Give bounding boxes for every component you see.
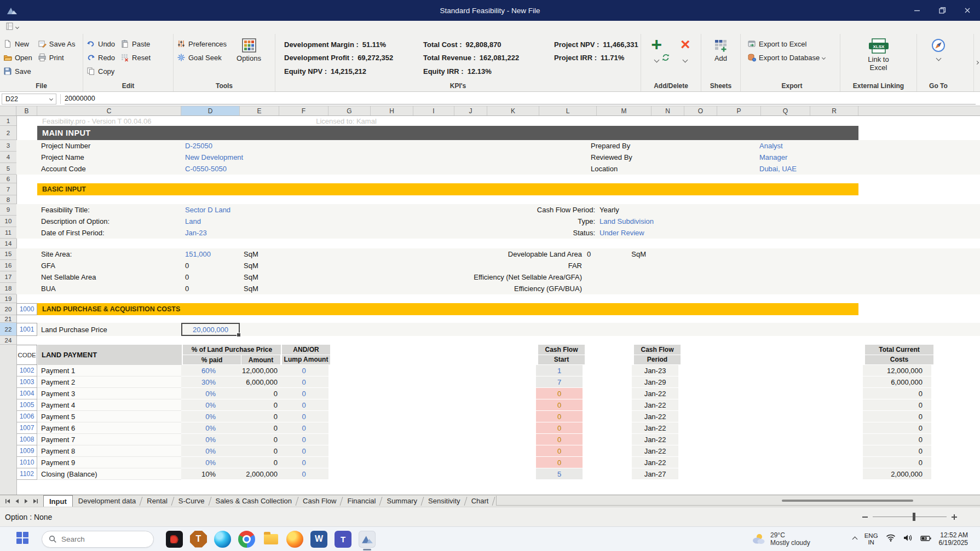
payment-total-current-costs-cell[interactable]: 0 — [863, 399, 931, 411]
start-button[interactable] — [15, 531, 30, 547]
previous-sheet-button[interactable] — [14, 496, 20, 506]
payment-total-current-costs-cell[interactable]: 0 — [863, 434, 931, 445]
payment-amount-cell[interactable]: 6,000,000 — [240, 376, 279, 388]
file-explorer-icon[interactable] — [262, 531, 279, 548]
payment-cash-flow-period-cell[interactable]: Jan-22 — [632, 434, 678, 445]
payment-code-cell[interactable]: 1102 — [16, 468, 37, 480]
payment-total-current-costs-cell[interactable]: 0 — [863, 445, 931, 457]
delete-dropdown-icon[interactable] — [683, 57, 688, 62]
payment-total-current-costs-cell[interactable]: 0 — [863, 411, 931, 422]
payment-total-current-costs-cell[interactable]: 0 — [863, 422, 931, 434]
row-header-8[interactable]: 8 — [0, 195, 16, 204]
options-button[interactable]: Options — [233, 37, 264, 63]
payment-name-cell[interactable]: Payment 1 — [37, 365, 181, 376]
column-header-F[interactable]: F — [279, 106, 328, 115]
quick-access-icon[interactable] — [5, 22, 14, 33]
payment-pct-paid-cell[interactable]: 10% — [181, 468, 240, 480]
volume-icon[interactable] — [903, 534, 913, 544]
export-database-dropdown-icon[interactable] — [822, 56, 826, 60]
payment-name-cell[interactable]: Payment 4 — [37, 399, 181, 411]
row-header-25[interactable]: 25 — [0, 345, 16, 355]
go-to-dropdown-icon[interactable] — [936, 55, 941, 61]
row-header-5[interactable]: 5 — [0, 163, 16, 175]
row-header-2[interactable]: 2 — [0, 126, 16, 140]
redo-button[interactable]: Redo — [87, 53, 115, 62]
quick-access-dropdown-icon[interactable] — [15, 25, 19, 29]
add-sheet-button[interactable]: Add — [711, 37, 731, 63]
payment-pct-paid-cell[interactable]: 30% — [181, 376, 240, 388]
column-header-E[interactable]: E — [240, 106, 279, 115]
payment-total-current-costs-cell[interactable]: 2,000,000 — [863, 468, 931, 480]
payment-row-header[interactable]: 27 — [0, 365, 16, 376]
zoom-slider-thumb[interactable] — [913, 513, 915, 521]
export-to-database-button[interactable]: Export to Database — [747, 53, 825, 62]
sheet-tab-rental[interactable]: Rental — [141, 495, 173, 507]
payment-row-header[interactable]: 29 — [0, 388, 16, 399]
print-button[interactable]: Print — [38, 53, 76, 62]
formula-input[interactable] — [65, 94, 976, 105]
selected-cell-d22[interactable]: 20,000,000 — [181, 323, 240, 336]
type-value[interactable]: Land Subdivision — [595, 217, 654, 225]
payment-name-cell[interactable]: Payment 3 — [37, 388, 181, 399]
payment-amount-cell[interactable]: 0 — [240, 388, 279, 399]
payment-row-header[interactable]: 35 — [0, 457, 16, 468]
chrome-browser-icon[interactable] — [238, 531, 255, 548]
column-header-O[interactable]: O — [684, 106, 717, 115]
payment-cash-flow-period-cell[interactable]: Jan-22 — [632, 422, 678, 434]
payment-name-cell[interactable]: Payment 8 — [37, 445, 181, 457]
sheet-tab-summary[interactable]: Summary — [381, 495, 423, 507]
payment-total-current-costs-cell[interactable]: 0 — [863, 457, 931, 468]
payment-code-cell[interactable]: 1007 — [16, 422, 37, 434]
teams-app-icon[interactable]: T — [335, 531, 351, 548]
cell-name-box[interactable]: D22 — [2, 94, 56, 105]
land-section-code-cell[interactable]: 1000 — [16, 303, 37, 315]
row-header-20[interactable]: 20 — [0, 303, 16, 315]
payment-cash-flow-period-cell[interactable]: Jan-27 — [632, 468, 678, 480]
column-header-R[interactable]: R — [810, 106, 858, 115]
payment-code-cell[interactable]: 1003 — [16, 376, 37, 388]
add-row-button[interactable]: + — [651, 37, 662, 51]
row-header-16[interactable]: 16 — [0, 260, 16, 271]
zoom-slider[interactable] — [873, 517, 947, 517]
payment-cash-flow-period-cell[interactable]: Jan-22 — [632, 445, 678, 457]
date-of-first-period-value[interactable]: Jan-23 — [181, 227, 328, 239]
payment-pct-paid-cell[interactable]: 0% — [181, 411, 240, 422]
game-app-icon[interactable] — [166, 531, 183, 548]
payment-amount-cell[interactable]: 0 — [240, 457, 279, 468]
payment-cash-flow-start-cell[interactable]: 5 — [536, 468, 583, 480]
payment-amount-cell[interactable]: 12,000,000 — [240, 365, 279, 376]
tray-expand-icon[interactable] — [852, 536, 857, 542]
payment-cash-flow-start-cell[interactable]: 0 — [536, 388, 583, 399]
payment-cash-flow-start-cell[interactable]: 1 — [536, 365, 583, 376]
payment-lump-amount-cell[interactable]: 0 — [279, 468, 328, 480]
column-header-J[interactable]: J — [454, 106, 487, 115]
goal-seek-button[interactable]: Goal Seek — [177, 53, 227, 62]
row-header-21[interactable]: 21 — [0, 315, 16, 323]
payment-lump-amount-cell[interactable]: 0 — [279, 445, 328, 457]
payment-cash-flow-period-cell[interactable]: Jan-22 — [632, 411, 678, 422]
next-sheet-button[interactable] — [24, 496, 29, 506]
payment-amount-cell[interactable]: 0 — [240, 445, 279, 457]
payment-amount-cell[interactable]: 0 — [240, 411, 279, 422]
row-header-14[interactable]: 14 — [0, 239, 16, 248]
developable-land-area-value[interactable]: 0 — [582, 250, 591, 258]
open-button[interactable]: Open — [3, 53, 32, 62]
delete-row-button[interactable]: × — [681, 37, 690, 51]
bua-value[interactable]: 0 — [181, 283, 240, 294]
clock[interactable]: 12:52 AM 6/19/2025 — [939, 531, 968, 547]
language-indicator[interactable]: ENG IN — [864, 532, 878, 546]
row-header-15[interactable]: 15 — [0, 248, 16, 260]
column-header-Q[interactable]: Q — [761, 106, 810, 115]
first-sheet-button[interactable] — [5, 496, 10, 506]
payment-row-header[interactable]: 31 — [0, 411, 16, 422]
row-header-11[interactable]: 11 — [0, 227, 16, 239]
row-header-7[interactable]: 7 — [0, 183, 16, 195]
payment-pct-paid-cell[interactable]: 0% — [181, 388, 240, 399]
sheet-tab-chart[interactable]: Chart — [466, 495, 494, 507]
wifi-icon[interactable] — [886, 534, 896, 544]
sheet-tab-input[interactable]: Input — [43, 495, 73, 507]
weather-widget[interactable]: 29°C Mostly cloudy — [751, 531, 810, 547]
gfa-value[interactable]: 0 — [181, 260, 240, 271]
column-header-H[interactable]: H — [371, 106, 413, 115]
payment-lump-amount-cell[interactable]: 0 — [279, 434, 328, 445]
